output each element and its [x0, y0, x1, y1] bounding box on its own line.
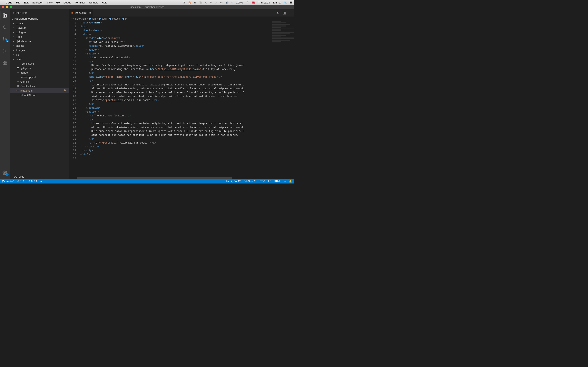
activity-settings[interactable]: 1 — [0, 169, 10, 177]
tree-item--rspec[interactable]: ≡.rspec — [10, 70, 69, 75]
tray-icon[interactable]: ⤢ — [215, 1, 217, 4]
spotlight-icon[interactable]: 🔍 — [283, 1, 287, 4]
file-status: M — [64, 89, 66, 92]
tab-index-html[interactable]: <> index.html × — [69, 9, 93, 17]
code-editor[interactable]: 1234567891011121314151617181920212223242… — [69, 21, 294, 177]
symbol-icon: ⬢ — [99, 17, 101, 20]
activity-debug[interactable] — [0, 47, 10, 55]
chevron-right-icon: › — [13, 40, 16, 42]
tray-icon[interactable]: ↻ — [210, 1, 212, 4]
menu-view[interactable]: View — [47, 1, 52, 4]
breadcrumb-item[interactable]: body — [102, 17, 107, 20]
status-branch[interactable]: master* — [2, 180, 14, 183]
status-eol[interactable]: LF — [268, 180, 271, 183]
more-actions-icon[interactable]: ⋯ — [289, 11, 292, 15]
split-editor-icon[interactable] — [283, 11, 286, 15]
battery-percent: 100% — [236, 1, 243, 4]
user-name[interactable]: Emma — [273, 1, 281, 4]
scrollbar-thumb[interactable] — [77, 177, 232, 179]
minimize-window-button[interactable] — [6, 6, 8, 8]
status-cursor[interactable]: Ln 17, Col 12 — [226, 180, 241, 183]
tree-item-readme-md[interactable]: ⓘREADME.md — [10, 93, 69, 97]
app-name[interactable]: Code — [6, 1, 12, 4]
tree-item--layouts[interactable]: ›_layouts — [10, 25, 69, 30]
tree-item-lib[interactable]: ›lib — [10, 52, 69, 57]
tree-item-gemfile-lock[interactable]: ≡Gemfile.lock — [10, 84, 69, 88]
menu-terminal[interactable]: Terminal — [75, 1, 85, 4]
tree-item--data[interactable]: ›_data — [10, 21, 69, 25]
project-name: PUBLISHER-WEBSITE — [14, 17, 38, 20]
traffic-lights — [2, 6, 12, 8]
activity-search[interactable] — [0, 23, 10, 31]
tray-icon[interactable]: ⎋ — [205, 1, 207, 4]
tree-item-assets[interactable]: ›assets — [10, 43, 69, 48]
minimap[interactable] — [272, 21, 294, 177]
breadcrumb-item[interactable]: index.html — [75, 17, 86, 20]
battery-icon[interactable]: 🔋 — [246, 1, 249, 4]
menu-go[interactable]: Go — [56, 1, 60, 4]
tray-icon[interactable]: 🐘 — [199, 1, 203, 4]
status-language[interactable]: HTML — [274, 180, 281, 183]
tree-item--config-yml[interactable]: !_config.yml — [10, 61, 69, 66]
breadcrumbs[interactable]: <> index.html › ⬢ html › ⬢ body › ⬢ sect… — [69, 17, 294, 21]
chevron-right-icon: › — [13, 26, 16, 29]
status-feedback-icon[interactable]: ☺ — [284, 180, 286, 183]
tree-item-spec[interactable]: ›spec — [10, 57, 69, 61]
svg-rect-6 — [3, 63, 4, 65]
status-problems[interactable]: ⊘ 0 ⚠ 0 — [28, 180, 37, 183]
chevron-down-icon: ⌄ — [11, 17, 14, 20]
tree-item--rubocop-yml[interactable]: !.rubocop.yml — [10, 75, 69, 79]
compare-changes-icon[interactable] — [277, 11, 280, 15]
tray-icon[interactable]: ⚙ — [183, 1, 185, 4]
tray-icon[interactable]: 🔥 — [188, 1, 191, 4]
status-encoding[interactable]: UTF-8 — [259, 180, 265, 183]
menu-debug[interactable]: Debug — [63, 1, 71, 4]
tray-icon[interactable]: ◎ — [194, 1, 196, 4]
file-tree[interactable]: ›_data›_layouts›_plugins›_site›.jekyll-c… — [10, 21, 69, 175]
control-center-icon[interactable]: ☰ — [290, 1, 292, 4]
svg-point-0 — [3, 26, 6, 29]
activity-explorer[interactable] — [0, 11, 10, 20]
chevron-right-icon: › — [13, 35, 16, 38]
menu-selection[interactable]: Selection — [32, 1, 43, 4]
tree-item-gemfile[interactable]: ≡Gemfile — [10, 79, 69, 84]
menu-window[interactable]: Window — [89, 1, 98, 4]
horizontal-scrollbar[interactable] — [69, 177, 294, 179]
tree-item-index-html[interactable]: <>index.htmlM — [10, 88, 69, 93]
tree-item-label: lib — [16, 53, 19, 56]
tray-icon[interactable]: ▭ — [220, 1, 223, 4]
code-content[interactable]: <!doctype html><html> <head></head> <bod… — [80, 21, 294, 177]
svg-point-11 — [2, 180, 3, 181]
breadcrumb-item[interactable]: html — [92, 17, 96, 20]
editor-group: <> index.html × ⋯ <> index.html › ⬢ html… — [69, 9, 294, 179]
tree-item--gitignore[interactable]: ⬒.gitignore — [10, 66, 69, 70]
svg-rect-7 — [5, 63, 7, 65]
sidebar-project-header[interactable]: ⌄ PUBLISHER-WEBSITE — [10, 17, 69, 21]
status-bell-icon[interactable]: 🔔 — [289, 180, 292, 183]
clock[interactable]: Thu 15:29 — [258, 1, 270, 4]
breadcrumb-item[interactable]: section — [112, 17, 120, 20]
tree-item--plugins[interactable]: ›_plugins — [10, 30, 69, 34]
volume-icon[interactable]: 🔊 — [225, 1, 229, 4]
close-tab-icon[interactable]: × — [89, 11, 91, 15]
fullscreen-window-button[interactable] — [10, 6, 12, 8]
sidebar-outline-header[interactable]: › OUTLINE — [10, 175, 69, 179]
flag-icon[interactable]: 🇬🇧 — [252, 1, 255, 4]
tree-item--jekyll-cache[interactable]: ›.jekyll-cache — [10, 39, 69, 43]
menu-file[interactable]: File — [16, 1, 20, 4]
svg-rect-5 — [3, 61, 4, 62]
file-icon: <> — [16, 89, 20, 92]
tree-item--site[interactable]: ›_site — [10, 34, 69, 39]
status-live[interactable]: ⵌ — [40, 180, 42, 183]
activity-extensions[interactable] — [0, 59, 10, 67]
menu-edit[interactable]: Edit — [24, 1, 28, 4]
wifi-icon[interactable]: ⟡ — [232, 1, 233, 4]
tree-item-images[interactable]: ›images — [10, 48, 69, 52]
status-sync[interactable]: ⟲ 0↓ 1↑ — [17, 180, 26, 183]
svg-point-2 — [3, 40, 4, 41]
close-window-button[interactable] — [2, 6, 4, 8]
menu-help[interactable]: Help — [102, 1, 107, 4]
activity-scm[interactable]: 1 — [0, 35, 10, 43]
status-tab-size[interactable]: Tab Size: 2 — [243, 180, 256, 183]
breadcrumb-item[interactable]: p — [125, 17, 127, 20]
